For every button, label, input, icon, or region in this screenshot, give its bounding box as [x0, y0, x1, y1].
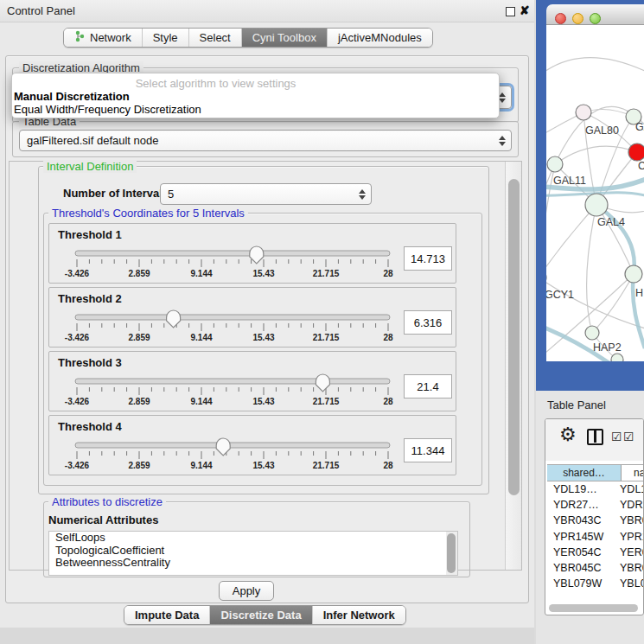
network-node[interactable]: [628, 143, 644, 161]
tab-style[interactable]: Style: [143, 29, 189, 47]
cell-name[interactable]: YBR0: [613, 514, 644, 526]
network-edge[interactable]: [587, 205, 596, 333]
tab-discretize-data[interactable]: Discretize Data: [210, 606, 312, 624]
minimize-traffic-icon[interactable]: [572, 13, 583, 24]
tab-network[interactable]: Network: [64, 29, 143, 47]
table-horizontal-scrollbar[interactable]: [549, 604, 638, 612]
tab-jactivemnodules[interactable]: jActiveMNodules: [328, 29, 432, 47]
threshold-panel: Threshold 4-3.4262.8599.14415.4321.71528…: [48, 415, 456, 475]
network-node[interactable]: [547, 156, 563, 172]
slider-tick-label: 21.715: [313, 397, 340, 406]
checkbox-icon[interactable]: ☑: [611, 430, 622, 443]
dropdown-option[interactable]: Manual Discretization: [12, 90, 499, 103]
network-edge[interactable]: [546, 277, 644, 329]
table-row[interactable]: YER054CYER0: [547, 545, 644, 560]
threshold-label: Threshold 1: [58, 228, 122, 241]
slider-thumb[interactable]: [316, 374, 329, 392]
threshold-slider[interactable]: -3.4262.8599.14415.4321.71528: [60, 373, 405, 409]
column-header-shared-name[interactable]: shared…: [547, 465, 622, 481]
panel-title: Control Panel: [7, 4, 75, 17]
combo-arrows-icon: [359, 184, 366, 204]
table-data-combobox[interactable]: galFiltered.sif default node: [19, 130, 512, 151]
maximize-traffic-icon[interactable]: [590, 13, 601, 24]
tab-infer-network[interactable]: Infer Network: [313, 606, 405, 624]
threshold-slider[interactable]: -3.4262.8599.14415.4321.71528: [60, 309, 405, 345]
slider-tick-label: 28: [383, 461, 393, 470]
main-vertical-scrollbar[interactable]: [505, 162, 521, 570]
tab-cyni-toolbox[interactable]: Cyni Toolbox: [242, 29, 328, 47]
tab-impute-data[interactable]: Impute Data: [124, 606, 210, 624]
attribute-list-item[interactable]: BetweennessCentrality: [49, 557, 457, 570]
network-window-titlebar[interactable]: [546, 4, 644, 25]
split-columns-icon[interactable]: [587, 429, 603, 445]
attributes-scrollbar-thumb[interactable]: [447, 533, 456, 573]
float-window-icon[interactable]: [506, 7, 515, 16]
cell-shared-name[interactable]: YBL079W: [547, 577, 613, 590]
cell-name[interactable]: YDL1: [613, 483, 644, 495]
num-intervals-combobox[interactable]: 5: [160, 183, 372, 205]
attributes-list[interactable]: SelfLoopsTopologicalCoefficientBetweenne…: [48, 531, 458, 576]
network-node[interactable]: [625, 265, 642, 283]
network-node[interactable]: [585, 194, 608, 216]
bottom-strip: [0, 628, 534, 644]
table-row[interactable]: YBR043CYBR0: [547, 513, 644, 528]
network-edge[interactable]: [555, 146, 637, 164]
threshold-panel: Threshold 2-3.4262.8599.14415.4321.71528…: [48, 287, 456, 348]
cell-name[interactable]: YBL0: [613, 577, 644, 590]
network-node[interactable]: [611, 354, 623, 361]
cell-shared-name[interactable]: YBR045C: [547, 562, 613, 574]
tab-label: Impute Data: [135, 609, 199, 622]
apply-button-label: Apply: [233, 584, 261, 597]
threshold-value-field[interactable]: 6.316: [404, 310, 452, 335]
dropdown-option[interactable]: Equal Width/Frequency Discretization: [12, 103, 499, 116]
cell-name[interactable]: YER0: [613, 546, 644, 558]
network-edge[interactable]: [546, 58, 644, 77]
table-row[interactable]: YDL19…YDL1: [547, 481, 644, 497]
slider-thumb[interactable]: [250, 246, 264, 264]
cell-name[interactable]: YBR0: [613, 562, 644, 574]
cell-shared-name[interactable]: YDL19…: [547, 483, 613, 495]
attributes-scrollbar[interactable]: [446, 532, 457, 575]
attribute-list-item[interactable]: SelfLoops: [49, 532, 457, 545]
cell-shared-name[interactable]: YBR043C: [547, 514, 613, 526]
threshold-value-field[interactable]: 14.713: [404, 246, 452, 271]
tab-select[interactable]: Select: [189, 29, 242, 47]
tab-label: Select: [200, 31, 231, 44]
table-row[interactable]: YBL079WYBL0: [547, 576, 644, 590]
network-node[interactable]: [585, 326, 599, 340]
cell-name[interactable]: YDR2: [613, 499, 644, 511]
combo-arrows-icon: [499, 86, 506, 108]
column-header-name[interactable]: na: [622, 465, 644, 481]
network-edge[interactable]: [592, 274, 634, 333]
main-scrollbar-thumb[interactable]: [508, 179, 520, 495]
thresholds-group-label: Threshold's Coordinates for 5 Intervals: [48, 207, 248, 220]
slider-thumb[interactable]: [167, 310, 181, 328]
slider-thumb[interactable]: [216, 438, 230, 456]
cell-shared-name[interactable]: YDR27…: [547, 499, 613, 511]
network-canvas[interactable]: GAL80GACGAL11GAL4HGCY1HAP2: [546, 25, 644, 361]
table-row[interactable]: YDR27…YDR2: [547, 497, 644, 513]
close-traffic-icon[interactable]: [555, 13, 566, 24]
network-node-label: GAL11: [553, 175, 586, 187]
threshold-value-field[interactable]: 21.4: [404, 374, 452, 399]
close-icon[interactable]: ✘: [520, 3, 530, 17]
cell-name[interactable]: YPR1: [613, 531, 644, 543]
attribute-list-item[interactable]: TopologicalCoefficient: [49, 545, 457, 558]
cell-shared-name[interactable]: YPR145W: [547, 531, 613, 543]
tab-label: Network: [90, 31, 131, 44]
threshold-slider[interactable]: -3.4262.8599.14415.4321.71528: [60, 437, 405, 473]
threshold-value-field[interactable]: 11.344: [404, 438, 452, 462]
threshold-panel: Threshold 3-3.4262.8599.14415.4321.71528…: [48, 351, 456, 411]
table-row[interactable]: YBR045CYBR0: [547, 560, 644, 576]
cell-shared-name[interactable]: YER054C: [547, 546, 613, 558]
network-node[interactable]: [576, 105, 591, 120]
table-row[interactable]: YPR145WYPR1: [547, 529, 644, 545]
table-header-row: shared… na: [547, 464, 644, 481]
network-edge[interactable]: [546, 205, 596, 277]
threshold-slider[interactable]: -3.4262.8599.14415.4321.71528: [60, 245, 405, 281]
gear-icon[interactable]: ⚙: [559, 424, 577, 446]
apply-button[interactable]: Apply: [219, 581, 274, 601]
network-node-label: C: [638, 160, 644, 172]
slider-tick-label: 21.715: [313, 269, 340, 278]
checkbox-icon[interactable]: ☑: [623, 430, 634, 443]
